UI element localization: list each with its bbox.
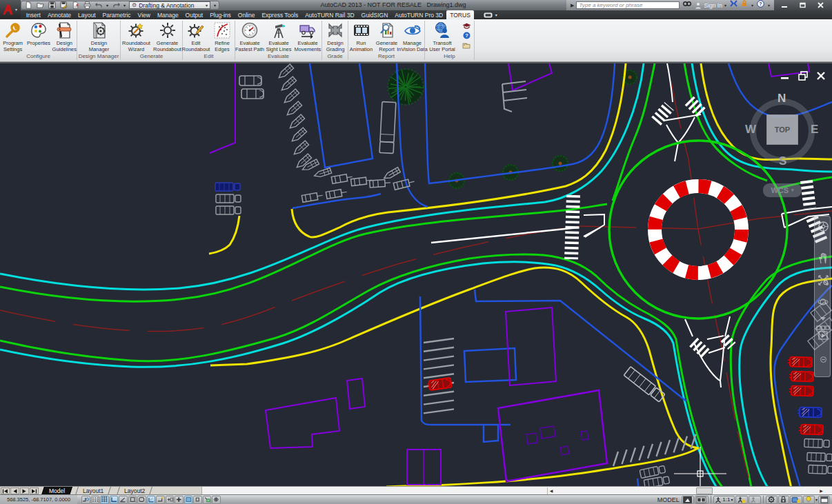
scrollbar-thumb[interactable] bbox=[696, 487, 713, 494]
binoculars-search-icon[interactable] bbox=[683, 0, 691, 10]
ribbon-tab-plug-ins[interactable]: Plug-ins bbox=[206, 10, 235, 19]
prev-tab-icon[interactable] bbox=[10, 487, 19, 494]
toggle-snap-mode[interactable] bbox=[91, 496, 100, 504]
open-folder-icon[interactable] bbox=[36, 1, 44, 9]
status-menu-icon[interactable]: ▾ bbox=[815, 497, 818, 502]
quick-view-layouts-button[interactable] bbox=[682, 496, 694, 504]
ribbon-button-transoft-user-portal[interactable]: TransoftUser Portal bbox=[424, 21, 460, 52]
undo-dropdown-icon[interactable]: ▾ bbox=[106, 3, 108, 8]
zoom-extents-icon[interactable] bbox=[815, 274, 831, 286]
ribbon-tab-express-tools[interactable]: Express Tools bbox=[258, 10, 301, 19]
sign-in-button[interactable]: Sign In bbox=[704, 2, 722, 9]
toggle-quick-properties[interactable] bbox=[193, 496, 202, 504]
doc-minimize-button[interactable] bbox=[779, 70, 791, 81]
toggle-ortho-mode[interactable] bbox=[110, 496, 119, 504]
qat-customize-icon[interactable]: ▾ bbox=[214, 3, 216, 8]
print-icon[interactable] bbox=[83, 1, 91, 9]
ribbon-tab-insert[interactable]: Insert bbox=[23, 10, 44, 19]
app-minimize-button[interactable] bbox=[777, 1, 793, 10]
doc-restore-button[interactable] bbox=[797, 70, 809, 81]
save-icon[interactable] bbox=[48, 1, 56, 9]
ribbon-minimize-icon[interactable] bbox=[484, 12, 493, 18]
app-close-button[interactable] bbox=[813, 1, 829, 10]
ribbon-tab-guidsign[interactable]: GuidSIGN bbox=[358, 10, 392, 19]
last-tab-icon[interactable] bbox=[30, 487, 39, 494]
ribbon-minimize-dropdown-icon[interactable]: ▾ bbox=[495, 12, 497, 17]
viewcube-west[interactable]: W bbox=[745, 123, 756, 137]
toggle-object-snap-tracking[interactable] bbox=[147, 496, 156, 504]
navbar-customize-icon[interactable] bbox=[815, 317, 831, 321]
toggle-selection-cycling[interactable] bbox=[203, 496, 212, 504]
clean-screen-button[interactable] bbox=[818, 496, 830, 504]
toggle-transparency[interactable] bbox=[184, 496, 193, 504]
ribbon-tab-autoturn-pro-3d[interactable]: AutoTURN Pro 3D bbox=[391, 10, 446, 19]
connect-dropdown-icon[interactable]: ▾ bbox=[751, 3, 753, 8]
toggle-polar-tracking[interactable] bbox=[119, 496, 128, 504]
help-circle-icon[interactable]: ? bbox=[461, 31, 472, 40]
ribbon-button-design-manager[interactable]: DesignManager bbox=[81, 21, 117, 52]
pan-hand-icon[interactable] bbox=[815, 252, 831, 264]
quick-view-drawings-button[interactable] bbox=[695, 496, 709, 504]
toggle-infer-constraints[interactable] bbox=[81, 496, 90, 504]
toggle-annotation-monitor[interactable] bbox=[212, 496, 221, 504]
viewcube[interactable]: N W E S TOP bbox=[749, 95, 817, 164]
toggle-grid-display[interactable] bbox=[100, 496, 109, 504]
viewcube-south[interactable]: S bbox=[779, 154, 786, 168]
ribbon-tab-output[interactable]: Output bbox=[182, 10, 207, 19]
drawing-canvas[interactable]: N W E S TOP WCS ▾ bbox=[0, 63, 832, 486]
autodesk-exchange-icon[interactable] bbox=[730, 0, 737, 10]
help-dropdown-icon[interactable]: ▾ bbox=[768, 3, 770, 8]
workspace-switcher[interactable]: ⚙Drafting & Annotation▾ bbox=[129, 1, 210, 9]
toggle-dynamic-input[interactable] bbox=[166, 496, 175, 504]
ribbon-tab-autoturn-rail-3d[interactable]: AutoTURN Rail 3D bbox=[301, 10, 357, 19]
model-space-button[interactable]: MODEL bbox=[657, 496, 680, 503]
annotation-scale-button[interactable]: 1:1▾ bbox=[713, 496, 735, 504]
ribbon-tab-layout[interactable]: Layout bbox=[75, 10, 99, 19]
navbar-minus-icon[interactable] bbox=[815, 356, 831, 363]
application-menu-button[interactable]: ▾ bbox=[0, 0, 21, 19]
toggle-3d-object-snap[interactable] bbox=[137, 496, 146, 504]
ribbon-tab-parametric[interactable]: Parametric bbox=[99, 10, 135, 19]
sign-in-dropdown-icon[interactable]: ▾ bbox=[724, 3, 726, 8]
ribbon-tab-online[interactable]: Online bbox=[235, 10, 259, 19]
undo-icon[interactable] bbox=[95, 1, 103, 9]
toggle-object-snap[interactable] bbox=[128, 496, 137, 504]
toggle-dynamic-ucs[interactable] bbox=[156, 496, 165, 504]
app-restore-button[interactable] bbox=[795, 1, 811, 10]
viewcube-east[interactable]: E bbox=[811, 123, 818, 137]
hardware-acceleration-button[interactable] bbox=[803, 496, 815, 504]
ribbon-tab-annotate[interactable]: Annotate bbox=[44, 10, 75, 19]
lessons-icon[interactable] bbox=[461, 41, 472, 50]
wcs-dropdown[interactable]: WCS ▾ bbox=[763, 183, 802, 197]
redo-icon[interactable] bbox=[112, 1, 120, 9]
user-icon bbox=[695, 2, 702, 9]
scroll-right-button[interactable]: ▶ bbox=[818, 487, 825, 494]
save-as-icon[interactable] bbox=[59, 1, 68, 9]
toggle-lineweight[interactable] bbox=[175, 496, 184, 504]
first-tab-icon[interactable] bbox=[1, 487, 10, 494]
infocenter-collapse-icon[interactable]: ▶ bbox=[571, 3, 574, 8]
help-icon[interactable]: ? bbox=[757, 0, 764, 11]
stay-connected-icon[interactable] bbox=[741, 0, 748, 10]
viewcube-top-face[interactable]: TOP bbox=[766, 114, 798, 145]
ribbon-tab-view[interactable]: View bbox=[135, 10, 154, 19]
isolate-objects-button[interactable] bbox=[790, 496, 802, 504]
search-input[interactable]: Type a keyword or phrase bbox=[576, 1, 680, 9]
redo-dropdown-icon[interactable]: ▾ bbox=[123, 3, 126, 8]
workspace-switching-button[interactable] bbox=[766, 496, 777, 504]
viewcube-north[interactable]: N bbox=[777, 92, 786, 105]
plot-icon[interactable] bbox=[71, 1, 79, 9]
steering-wheel-icon[interactable] bbox=[815, 221, 831, 232]
next-tab-icon[interactable] bbox=[20, 487, 29, 494]
doc-close-button[interactable] bbox=[815, 70, 826, 81]
new-file-icon[interactable] bbox=[24, 1, 32, 9]
lock-ui-button[interactable] bbox=[778, 496, 789, 504]
graduation-cap-icon[interactable] bbox=[461, 21, 472, 30]
ribbon-tab-torus[interactable]: TORUS bbox=[446, 10, 474, 19]
annotation-visibility-button[interactable] bbox=[735, 496, 748, 504]
showmotion-icon[interactable] bbox=[815, 325, 831, 343]
orbit-icon[interactable] bbox=[815, 296, 831, 308]
autoscale-button[interactable] bbox=[749, 496, 761, 504]
ribbon-tab-manage[interactable]: Manage bbox=[154, 10, 182, 19]
scroll-left-button[interactable]: ◀ bbox=[547, 487, 555, 494]
